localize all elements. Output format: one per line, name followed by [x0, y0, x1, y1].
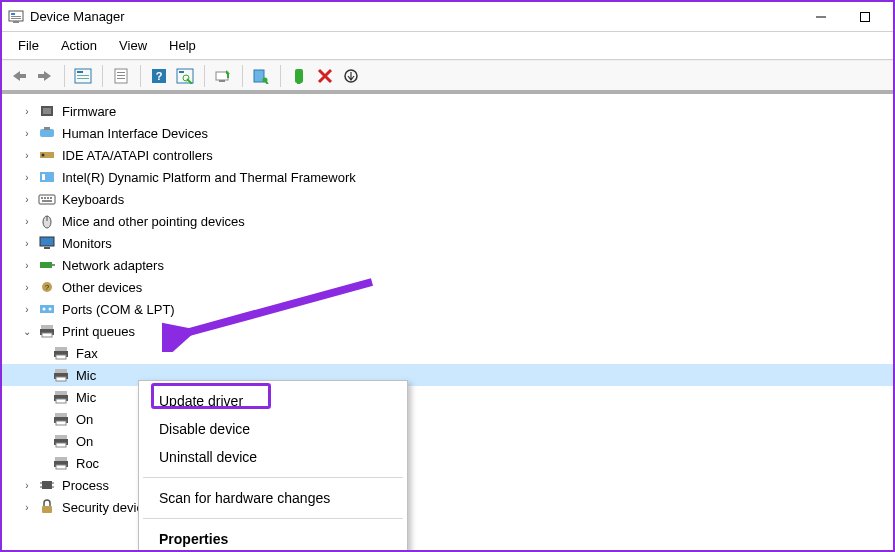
svg-rect-40 — [47, 197, 49, 199]
tree-node-label: Roc — [74, 456, 99, 471]
properties-button[interactable] — [108, 63, 134, 89]
svg-rect-30 — [43, 108, 51, 114]
tree-node-label: Mic — [74, 368, 96, 383]
window-title: Device Manager — [30, 9, 125, 24]
enable-button[interactable] — [286, 63, 312, 89]
tree-node[interactable]: › Monitors — [2, 232, 893, 254]
expander-icon[interactable]: ⌄ — [20, 326, 34, 337]
tree-node[interactable]: ⌄ Print queues — [2, 320, 893, 342]
tree-node[interactable]: › Process — [2, 474, 893, 496]
svg-rect-66 — [55, 413, 67, 417]
thermal-icon — [38, 169, 56, 185]
ide-icon — [38, 147, 56, 163]
svg-rect-75 — [42, 481, 52, 489]
other-icon: ? — [38, 279, 56, 295]
svg-rect-14 — [117, 72, 125, 73]
disable-button[interactable] — [312, 63, 338, 89]
expander-icon[interactable]: › — [20, 260, 34, 271]
tree-node[interactable]: › Intel(R) Dynamic Platform and Thermal … — [2, 166, 893, 188]
tree-node-label: On — [74, 412, 93, 427]
power-button[interactable] — [338, 63, 364, 89]
context-menu-item[interactable]: Scan for hardware changes — [139, 484, 407, 512]
svg-rect-65 — [56, 399, 66, 403]
context-menu-item[interactable]: Update driver — [139, 387, 407, 415]
printer-icon — [38, 323, 56, 339]
svg-rect-60 — [55, 369, 67, 373]
tree-node[interactable]: › IDE ATA/ATAPI controllers — [2, 144, 893, 166]
svg-rect-32 — [44, 127, 50, 130]
tree-child-node[interactable]: Mic — [2, 364, 893, 386]
expander-icon[interactable]: › — [20, 216, 34, 227]
maximize-button[interactable] — [843, 3, 887, 31]
svg-rect-41 — [50, 197, 52, 199]
monitor-icon — [38, 235, 56, 251]
cpu-icon — [38, 477, 56, 493]
tree-node[interactable]: › Mice and other pointing devices — [2, 210, 893, 232]
svg-rect-31 — [40, 129, 54, 137]
expander-icon[interactable]: › — [20, 128, 34, 139]
context-menu-item[interactable]: Properties — [139, 525, 407, 552]
help-button[interactable]: ? — [146, 63, 172, 89]
svg-rect-11 — [77, 75, 89, 76]
context-menu-item[interactable]: Uninstall device — [139, 443, 407, 471]
expander-icon[interactable]: › — [20, 502, 34, 513]
tree-node[interactable]: › Keyboards — [2, 188, 893, 210]
tree-child-node[interactable]: Roc — [2, 452, 893, 474]
svg-rect-15 — [117, 75, 125, 76]
expander-icon[interactable]: › — [20, 304, 34, 315]
menu-help[interactable]: Help — [159, 34, 206, 57]
forward-button[interactable] — [32, 63, 58, 89]
uninstall-button[interactable] — [248, 63, 274, 89]
ports-icon — [38, 301, 56, 317]
svg-rect-6 — [861, 12, 870, 21]
menu-file[interactable]: File — [8, 34, 49, 57]
tree-child-node[interactable]: On — [2, 430, 893, 452]
tree-node-label: Firmware — [60, 104, 116, 119]
chip-icon — [38, 103, 56, 119]
device-tree[interactable]: › Firmware › Human Interface Devices › I… — [2, 92, 893, 550]
svg-rect-23 — [219, 80, 225, 82]
back-button[interactable] — [6, 63, 32, 89]
svg-rect-25 — [254, 70, 264, 82]
svg-rect-10 — [77, 71, 83, 73]
tree-node[interactable]: › Firmware — [2, 100, 893, 122]
tree-child-node[interactable]: Fax — [2, 342, 893, 364]
tree-node[interactable]: › Network adapters — [2, 254, 893, 276]
svg-rect-63 — [55, 391, 67, 395]
tree-node[interactable]: › Security devices — [2, 496, 893, 518]
svg-rect-8 — [38, 74, 45, 78]
expander-icon[interactable]: › — [20, 194, 34, 205]
printer-icon — [52, 367, 70, 383]
security-icon — [38, 499, 56, 515]
tree-child-node[interactable]: On — [2, 408, 893, 430]
expander-icon[interactable]: › — [20, 238, 34, 249]
svg-rect-4 — [13, 21, 19, 23]
show-hide-tree-button[interactable] — [70, 63, 96, 89]
context-menu-item[interactable]: Disable device — [139, 415, 407, 443]
expander-icon[interactable]: › — [20, 172, 34, 183]
minimize-button[interactable] — [799, 3, 843, 31]
menu-action[interactable]: Action — [51, 34, 107, 57]
tree-node-label: Network adapters — [60, 258, 164, 273]
hid-icon — [38, 125, 56, 141]
tree-node[interactable]: › Human Interface Devices — [2, 122, 893, 144]
expander-icon[interactable]: › — [20, 150, 34, 161]
expander-icon[interactable]: › — [20, 480, 34, 491]
tree-child-node[interactable]: Mic — [2, 386, 893, 408]
printer-icon — [52, 389, 70, 405]
tree-node-label: On — [74, 434, 93, 449]
menu-view[interactable]: View — [109, 34, 157, 57]
scan-button[interactable] — [172, 63, 198, 89]
expander-icon[interactable]: › — [20, 282, 34, 293]
update-driver-button[interactable] — [210, 63, 236, 89]
svg-rect-74 — [56, 465, 66, 469]
expander-icon[interactable]: › — [20, 106, 34, 117]
tree-node[interactable]: › Ports (COM & LPT) — [2, 298, 893, 320]
tree-node[interactable]: › ? Other devices — [2, 276, 893, 298]
svg-rect-51 — [40, 305, 54, 313]
svg-rect-48 — [52, 264, 55, 266]
tree-node-label: Mice and other pointing devices — [60, 214, 245, 229]
tree-node-label: Keyboards — [60, 192, 124, 207]
svg-rect-68 — [56, 421, 66, 425]
svg-rect-56 — [42, 333, 52, 337]
